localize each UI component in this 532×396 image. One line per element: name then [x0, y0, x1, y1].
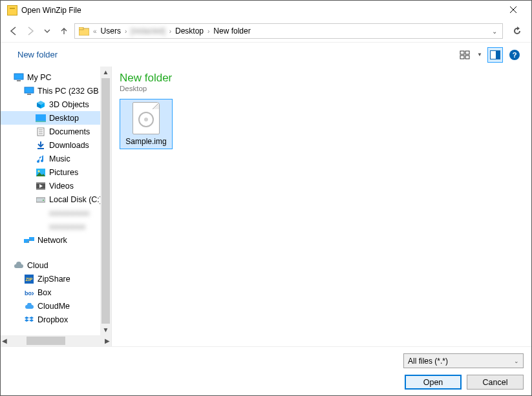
file-name: Sample.img [122, 137, 171, 146]
label: Cloud [27, 261, 48, 270]
close-button[interactable] [502, 5, 525, 16]
cancel-button[interactable]: Cancel [467, 375, 524, 390]
disc-image-icon [133, 102, 160, 134]
svg-rect-10 [14, 74, 23, 79]
sidebar: My PC This PC (232 GB free 3D Objects De… [1, 67, 112, 346]
file-item[interactable]: Sample.img [120, 99, 173, 149]
tree-zipshare[interactable]: ZIPZipShare [1, 272, 111, 286]
svg-rect-15 [36, 121, 46, 122]
refresh-button[interactable] [509, 23, 525, 39]
svg-text:ZIP: ZIP [26, 277, 33, 282]
tree-cloudme[interactable]: CloudMe [1, 299, 111, 313]
label: Box [37, 288, 52, 297]
tree-local-disk[interactable]: Local Disk (C:) (6 [1, 193, 111, 206]
crumb-users[interactable]: Users [98, 26, 123, 36]
drive-icon [36, 208, 46, 218]
help-button[interactable]: ? [507, 47, 522, 63]
preview-pane-button[interactable] [487, 47, 503, 63]
forward-button[interactable] [24, 25, 37, 37]
label: Videos [49, 182, 74, 191]
up-button[interactable] [58, 25, 70, 37]
network-icon [24, 235, 34, 245]
view-dropdown[interactable]: ▼ [477, 52, 484, 57]
document-icon [36, 127, 46, 137]
tree-redacted-1[interactable]: xxxxxxxxxx [1, 206, 111, 220]
dialog-footer: All files (*.*) ⌄ Open Cancel [1, 346, 531, 395]
folder-subheading: Desktop [120, 85, 524, 92]
dialog-body: My PC This PC (232 GB free 3D Objects De… [1, 67, 531, 346]
file-list-pane: New folder Desktop Sample.img [112, 67, 531, 346]
label: Music [49, 154, 70, 163]
label: ZipShare [37, 275, 70, 284]
label: xxxxxxxxxx [49, 209, 90, 218]
svg-rect-27 [36, 198, 45, 202]
drive-icon [36, 194, 46, 205]
breadcrumb[interactable]: « Users › [redacted] › Desktop › New fol… [74, 23, 503, 39]
tree-dropbox[interactable]: Dropbox [1, 313, 111, 326]
recent-dropdown[interactable] [41, 25, 54, 37]
svg-rect-1 [79, 27, 83, 30]
tree-pictures[interactable]: Pictures [1, 165, 111, 179]
svg-text:box: box [25, 290, 34, 296]
svg-rect-24 [36, 182, 45, 183]
desktop-icon [36, 113, 46, 123]
svg-rect-5 [465, 56, 469, 59]
back-button[interactable] [7, 25, 20, 37]
folder-heading: New folder [120, 72, 524, 85]
label: Downloads [49, 141, 89, 150]
chevron-right-icon: › [169, 28, 171, 35]
svg-rect-3 [460, 56, 464, 59]
label: Network [37, 236, 67, 245]
svg-rect-13 [27, 94, 31, 95]
label: My PC [27, 73, 52, 82]
tree-box[interactable]: boxBox [1, 286, 111, 299]
drive-icon [36, 222, 46, 232]
label: Open [423, 378, 443, 387]
tree-my-pc[interactable]: My PC [1, 70, 111, 84]
sidebar-hscroll[interactable]: ◀▶ [1, 335, 111, 346]
label: Documents [49, 127, 90, 136]
change-view-button[interactable] [458, 47, 473, 63]
tree-cloud[interactable]: Cloud [1, 258, 111, 272]
crumb-redacted[interactable]: [redacted] [128, 26, 167, 36]
chevron-right-icon: « [93, 28, 97, 35]
folder-icon [78, 25, 90, 37]
address-bar: « Users › [redacted] › Desktop › New fol… [1, 20, 531, 42]
svg-rect-25 [36, 189, 45, 190]
file-type-filter[interactable]: All files (*.*) ⌄ [403, 353, 524, 368]
zipshare-icon: ZIP [24, 274, 34, 284]
dropbox-icon [24, 315, 34, 325]
tree-videos[interactable]: Videos [1, 179, 111, 193]
videos-icon [36, 181, 46, 191]
sidebar-vscroll[interactable]: ▲▼ [100, 67, 111, 335]
label: Pictures [49, 168, 78, 177]
tree-3d-objects[interactable]: 3D Objects [1, 98, 111, 111]
tree-documents[interactable]: Documents [1, 125, 111, 138]
tree-desktop[interactable]: Desktop [1, 111, 111, 125]
svg-rect-4 [465, 51, 469, 54]
label: Dropbox [37, 315, 68, 324]
svg-rect-11 [17, 80, 21, 81]
crumb-newfolder[interactable]: New folder [211, 26, 253, 36]
dialog-toolbar: New folder ▼ ? [1, 42, 531, 67]
crumb-desktop[interactable]: Desktop [173, 26, 206, 36]
tree-downloads[interactable]: Downloads [1, 138, 111, 152]
path-dropdown[interactable]: ⌄ [489, 28, 500, 35]
open-button[interactable]: Open [405, 375, 462, 390]
winzip-icon [7, 5, 17, 16]
pictures-icon [36, 167, 46, 178]
tree-redacted-2[interactable]: xxxxxxxxx [1, 220, 111, 233]
music-icon [36, 154, 46, 164]
new-folder-link[interactable]: New folder [17, 50, 58, 59]
svg-rect-2 [460, 51, 464, 54]
svg-rect-14 [36, 114, 46, 121]
chevron-right-icon: › [125, 28, 127, 35]
svg-point-22 [38, 170, 40, 172]
svg-rect-20 [37, 148, 44, 149]
tree-this-pc[interactable]: This PC (232 GB free [1, 84, 111, 98]
tree-music[interactable]: Music [1, 152, 111, 165]
tree-network[interactable]: Network [1, 233, 111, 247]
label: xxxxxxxxx [49, 222, 85, 231]
file-type-text: All files (*.*) [408, 357, 448, 366]
label: CloudMe [37, 302, 70, 311]
